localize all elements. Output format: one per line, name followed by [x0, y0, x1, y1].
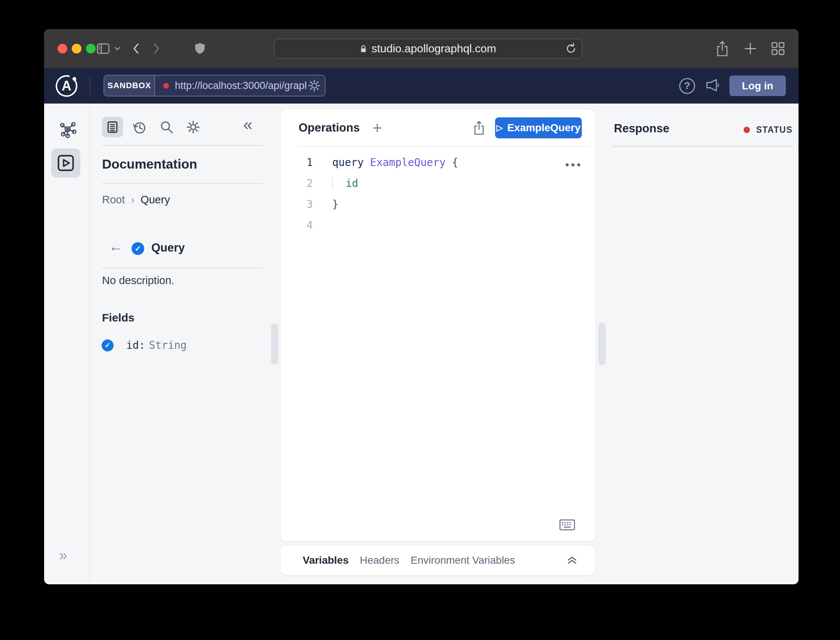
- browser-window: studio.apollographql.com A: [44, 29, 798, 584]
- svg-text:A: A: [62, 78, 71, 93]
- divider: [613, 146, 792, 147]
- zoom-window-button[interactable]: [86, 44, 96, 53]
- svg-text:?: ?: [684, 80, 690, 91]
- docs-tab-button[interactable]: [102, 117, 123, 137]
- breadcrumb-current: Query: [141, 194, 170, 206]
- privacy-shield-icon[interactable]: [195, 43, 205, 54]
- graph-nav-icon[interactable]: [59, 121, 77, 139]
- code-brace: }: [332, 198, 339, 210]
- operations-header: Operations + ▷ ExampleQuery: [281, 109, 595, 146]
- code-line: 3 }: [281, 194, 595, 214]
- line-number: 1: [281, 156, 313, 169]
- operations-title: Operations: [299, 121, 360, 134]
- search-tab-icon[interactable]: [160, 120, 174, 134]
- response-title: Response: [614, 122, 669, 135]
- document-icon: [107, 121, 118, 133]
- field-check-toggle[interactable]: ✓: [102, 339, 113, 351]
- endpoint-input[interactable]: http://localhost:3000/api/graphql: [155, 75, 325, 96]
- browser-toolbar: studio.apollographql.com: [44, 29, 798, 68]
- query-editor[interactable]: 1 query ExampleQuery { 2 id: [281, 147, 595, 541]
- reload-icon[interactable]: [565, 43, 577, 54]
- collapse-docs-chevron[interactable]: «: [243, 116, 252, 133]
- keyboard-shortcuts-icon[interactable]: [559, 519, 575, 530]
- code-line: 1 query ExampleQuery {: [281, 152, 595, 173]
- code-line: 2 id: [281, 173, 595, 194]
- main-content: »: [44, 104, 798, 584]
- endpoint-status-dot: [163, 83, 169, 89]
- new-tab-icon[interactable]: [744, 42, 757, 55]
- line-number: 3: [281, 198, 313, 210]
- response-panel: Response STATUS: [595, 104, 798, 584]
- docs-back-icon[interactable]: ←: [109, 239, 123, 253]
- secondary-tabs-panel: Variables Headers Environment Variables: [281, 546, 595, 575]
- lock-icon: [360, 45, 367, 53]
- type-heading: Query: [151, 241, 185, 254]
- tab-variables[interactable]: Variables: [303, 554, 349, 566]
- field-row: ✓ id: String: [102, 339, 187, 351]
- expand-panel-chevron-icon[interactable]: [567, 556, 577, 565]
- breadcrumb-separator-icon: ›: [131, 194, 134, 206]
- code-field: id: [346, 177, 358, 190]
- history-tab-icon[interactable]: [132, 120, 147, 135]
- login-button[interactable]: Log in: [730, 75, 786, 96]
- field-name[interactable]: id:: [126, 339, 145, 351]
- status-dot: [744, 127, 750, 133]
- announcements-icon[interactable]: [705, 78, 722, 93]
- address-bar[interactable]: studio.apollographql.com: [274, 38, 583, 59]
- endpoint-url: http://localhost:3000/api/graphql: [175, 80, 307, 91]
- field-type-link[interactable]: String: [149, 339, 187, 351]
- code-brace: {: [452, 156, 458, 169]
- response-scrollbar-thumb[interactable]: [598, 323, 606, 365]
- line-number: 4: [281, 219, 313, 231]
- code-keyword: query: [332, 156, 364, 169]
- minimize-window-button[interactable]: [72, 44, 81, 53]
- code-line: 4: [281, 214, 595, 235]
- forward-button-icon[interactable]: [153, 43, 160, 54]
- status-badge: STATUS: [744, 125, 792, 135]
- divider: [102, 268, 263, 269]
- documentation-panel: « Documentation Root › Query ← ✓ Query N…: [90, 104, 281, 584]
- status-label: STATUS: [756, 125, 792, 135]
- sidebar-toggle-icon[interactable]: [97, 43, 110, 54]
- operation-menu-icon[interactable]: •••: [565, 158, 583, 171]
- breadcrumb: Root › Query: [102, 194, 170, 206]
- sandbox-badge: SANDBOX: [104, 75, 155, 96]
- run-query-label: ExampleQuery: [507, 122, 580, 134]
- play-icon: ▷: [496, 123, 503, 133]
- indent-guide: [332, 177, 333, 190]
- tab-headers[interactable]: Headers: [360, 554, 399, 566]
- operations-panel: Operations + ▷ ExampleQuery: [281, 109, 595, 541]
- address-url: studio.apollographql.com: [371, 42, 496, 55]
- share-icon[interactable]: [715, 40, 730, 57]
- fields-heading: Fields: [102, 311, 134, 324]
- explorer-play-icon: [57, 154, 74, 171]
- divider: [102, 145, 263, 146]
- sidebar-menu-chevron-icon[interactable]: [114, 47, 120, 50]
- breadcrumb-root[interactable]: Root: [102, 194, 125, 206]
- line-number: 2: [281, 177, 313, 190]
- close-window-button[interactable]: [57, 44, 67, 53]
- back-button-icon[interactable]: [132, 43, 140, 54]
- add-operation-button[interactable]: +: [372, 120, 382, 136]
- help-icon[interactable]: ?: [679, 77, 696, 94]
- tab-overview-icon[interactable]: [771, 42, 785, 55]
- docs-panel-title: Documentation: [102, 157, 197, 171]
- docs-scrollbar-thumb[interactable]: [271, 323, 278, 365]
- operations-column: Operations + ▷ ExampleQuery: [281, 104, 595, 584]
- header-divider: [90, 78, 90, 94]
- run-query-button[interactable]: ▷ ExampleQuery: [495, 117, 582, 138]
- left-nav-rail: »: [44, 104, 90, 584]
- connection-settings-icon[interactable]: [308, 79, 321, 92]
- sandbox-endpoint-control: SANDBOX http://localhost:3000/api/graphq…: [104, 75, 326, 96]
- share-operation-icon[interactable]: [473, 120, 485, 136]
- tab-environment-variables[interactable]: Environment Variables: [410, 554, 515, 566]
- type-description: No description.: [102, 274, 174, 287]
- explorer-nav-button[interactable]: [51, 149, 80, 178]
- code-operation-name: ExampleQuery: [370, 156, 446, 169]
- settings-tab-icon[interactable]: [186, 120, 200, 134]
- divider: [102, 183, 263, 184]
- apollo-logo[interactable]: A: [54, 74, 78, 98]
- expand-rail-chevron[interactable]: »: [59, 548, 67, 563]
- query-check-toggle[interactable]: ✓: [131, 242, 144, 255]
- studio-header: A SANDBOX http://localhost:3000/api/grap…: [44, 68, 798, 104]
